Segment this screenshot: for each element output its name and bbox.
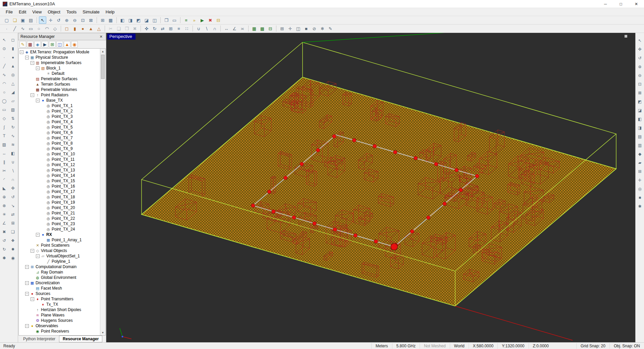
wedge-primitive-icon[interactable]: ◢ <box>9 88 17 96</box>
chamfer-tool-icon[interactable]: ◣ <box>1 184 8 192</box>
view-zoom-out-icon[interactable]: ⊖ <box>637 72 643 79</box>
viewport-splitter-handle[interactable] <box>625 35 627 38</box>
draw-arc-icon[interactable]: ◠ <box>43 25 51 32</box>
simulation-tab-icon[interactable]: ▶ <box>42 41 48 48</box>
tool-settings-icon[interactable]: ✱ <box>1 254 8 262</box>
boolean-subtract-icon[interactable]: ∖ <box>203 25 210 32</box>
script-editor-icon[interactable]: ≡ <box>182 16 190 24</box>
zoom-tool-icon[interactable]: ⊙ <box>1 45 8 53</box>
paste-icon[interactable]: ❐ <box>123 25 130 32</box>
view-right-btn-icon[interactable]: ◨ <box>637 124 643 132</box>
menu-edit[interactable]: Edit <box>16 8 29 15</box>
spline-tool-icon[interactable]: ∫ <box>1 123 8 131</box>
menu-file[interactable]: File <box>3 8 16 15</box>
line-tool-icon[interactable]: ╱ <box>1 62 8 70</box>
print-icon[interactable]: ▤ <box>27 16 35 24</box>
plane-primitive-icon[interactable]: ▱ <box>9 97 17 105</box>
tx-point-marker[interactable] <box>333 228 337 231</box>
tree-item-point-tx-10[interactable]: ◎Point_TX_10 <box>19 151 100 157</box>
tree-item-point-tx-12[interactable]: ◎Point_TX_12 <box>19 162 100 167</box>
tx-point-marker[interactable] <box>374 240 378 243</box>
measure-tool-icon[interactable]: ∠ <box>1 219 8 227</box>
grid-toggle-icon[interactable]: ⊞ <box>637 168 643 175</box>
hide-object-icon[interactable]: ⊘ <box>311 25 318 32</box>
view-back-icon[interactable]: ◨ <box>127 16 134 24</box>
tree-item-computational-domain[interactable]: −⊞Computational Domain <box>19 264 100 269</box>
full-view-icon[interactable]: ▭ <box>171 16 178 24</box>
expand-toggle-icon[interactable]: − <box>25 265 29 269</box>
expand-toggle-icon[interactable]: − <box>20 50 23 54</box>
save-file-icon[interactable]: ▣ <box>19 16 26 24</box>
expand-toggle-icon[interactable]: − <box>25 324 29 328</box>
move-icon[interactable]: ✜ <box>143 25 150 32</box>
tree-item-point-tx-19[interactable]: ◎Point_TX_19 <box>19 200 100 205</box>
matlab-tab-icon[interactable]: ▲ <box>64 41 70 48</box>
axes-toggle-icon[interactable]: ✛ <box>637 177 643 184</box>
tx-point-marker[interactable] <box>373 144 377 148</box>
select-tool-icon[interactable]: ↖ <box>1 36 8 44</box>
tx-main-marker[interactable] <box>391 243 397 250</box>
fillet-tool-icon[interactable]: ◜ <box>1 176 8 184</box>
menu-view[interactable]: View <box>29 8 45 15</box>
panel-header[interactable]: Resource Manager ✕ <box>18 33 106 40</box>
scrollbar-thumb[interactable] <box>101 55 105 79</box>
camera-icon[interactable]: ◉ <box>9 254 17 262</box>
view-front-icon[interactable]: ◧ <box>119 16 126 24</box>
tree-item-point-tx-6[interactable]: ◎Point_TX_6 <box>19 130 100 135</box>
view-zoom-extents-icon[interactable]: ⊠ <box>637 89 643 97</box>
tree-item-base-tx[interactable]: −●Base_TX <box>19 98 100 103</box>
draw-rect-icon[interactable]: ▭ <box>27 25 35 32</box>
shell-icon[interactable]: ◧ <box>9 149 17 157</box>
tx-point-marker[interactable] <box>267 190 271 194</box>
mesh-generate-icon[interactable]: ▦ <box>251 25 258 32</box>
tree-item-point-radiators[interactable]: −↑Point Radiators <box>19 92 100 98</box>
tree-item-point-tx-2[interactable]: ◎Point_TX_2 <box>19 108 100 114</box>
trim-tool-icon[interactable]: ✂ <box>1 167 8 175</box>
mesh-settings-icon[interactable]: ⊟ <box>267 25 274 32</box>
tx-point-marker[interactable] <box>272 210 275 213</box>
abort-simulation-icon[interactable]: ✖ <box>207 16 214 24</box>
scale-3d-icon[interactable]: ↘ <box>9 202 17 210</box>
view-top-icon[interactable]: ◩ <box>135 16 142 24</box>
tree-item-point-tx-21[interactable]: ◎Point_TX_21 <box>19 210 100 216</box>
tx-point-marker[interactable] <box>251 204 255 207</box>
cone-primitive-icon[interactable]: ▲ <box>9 62 17 70</box>
tree-item-point-tx-24[interactable]: ◎Point_TX_24 <box>19 227 100 232</box>
arc-tool-icon[interactable]: ◠ <box>1 80 8 88</box>
tree-item-ray-domain[interactable]: ⊿Ray Domain <box>19 269 100 275</box>
text-tool-icon[interactable]: T <box>1 132 8 140</box>
tree-item-point-tx-15[interactable]: ◎Point_TX_15 <box>19 178 100 184</box>
open-file-icon[interactable]: ❏ <box>11 16 18 24</box>
select-icon[interactable]: ↖ <box>39 16 46 24</box>
scroll-down-button[interactable]: ▼ <box>100 330 105 335</box>
tx-point-marker[interactable] <box>393 150 397 154</box>
mirror-icon[interactable]: ⇄ <box>159 25 166 32</box>
menu-simulate[interactable]: Simulate <box>79 8 103 15</box>
tree-item-point-transmitters[interactable]: −♦Point Transmitters <box>19 296 100 302</box>
expand-toggle-icon[interactable]: − <box>25 56 29 59</box>
draw-circle-icon[interactable]: ○ <box>35 25 43 32</box>
move-3d-icon[interactable]: ✜ <box>9 184 17 192</box>
wireframe-mode-icon[interactable]: ◫ <box>294 25 302 32</box>
tree-item-point-tx-18[interactable]: ◎Point_TX_18 <box>19 194 100 200</box>
view-settings-icon[interactable]: ✱ <box>637 203 643 210</box>
show-axes-icon[interactable]: ✛ <box>286 25 294 32</box>
view-orbit-icon[interactable]: ↺ <box>637 54 643 62</box>
tree-item-point-tx-3[interactable]: ◎Point_TX_3 <box>19 114 100 119</box>
shaded-mode-icon[interactable]: ■ <box>303 25 310 32</box>
tree-scrollbar[interactable]: ▲ ▼ <box>100 49 105 335</box>
tree-item-point-tx-7[interactable]: ◎Point_TX_7 <box>19 135 100 141</box>
run-simulation-icon[interactable]: ▶ <box>199 16 206 24</box>
explode-tool-icon[interactable]: ✳ <box>1 210 8 218</box>
tree-item-impenetrable-surfaces[interactable]: −▥Impenetrable Surfaces <box>19 60 100 65</box>
tree-item-point-tx-14[interactable]: ◎Point_TX_14 <box>19 173 100 178</box>
tx-point-marker[interactable] <box>427 216 430 219</box>
extrude-icon[interactable]: ⇅ <box>9 114 17 122</box>
tx-point-marker[interactable] <box>434 162 438 166</box>
view-bottom-btn-icon[interactable]: ◪ <box>637 107 643 114</box>
create-sphere-icon[interactable]: ● <box>79 25 87 32</box>
create-pyramid-icon[interactable]: △ <box>95 25 103 32</box>
close-button[interactable]: ✕ <box>629 0 644 8</box>
cut-icon[interactable]: ✂ <box>107 25 114 32</box>
zoom-window-icon[interactable]: ⊡ <box>79 16 87 24</box>
